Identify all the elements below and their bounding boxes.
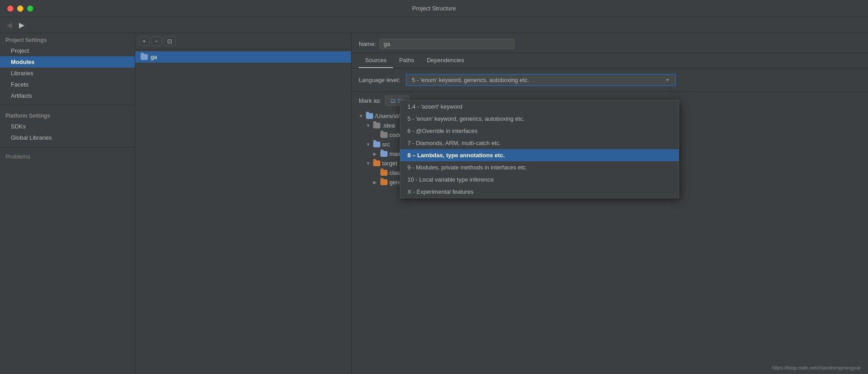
- dropdown-overlay: 1.4 - 'assert' keyword 5 - 'enum' keywor…: [400, 100, 679, 198]
- tab-sources[interactable]: Sources: [359, 53, 393, 68]
- traffic-lights: [7, 5, 33, 12]
- module-item-label: ga: [151, 54, 157, 60]
- center-toolbar: + − ⊡: [135, 33, 351, 50]
- forward-button[interactable]: ▶: [16, 19, 27, 31]
- sidebar-divider-1: [0, 105, 135, 105]
- sidebar-item-modules[interactable]: Modules: [0, 56, 135, 68]
- tree-folder-main: [380, 151, 388, 157]
- mark-as-label: Mark as:: [359, 97, 381, 104]
- tabs-row: Sources Paths Dependencies: [352, 53, 868, 68]
- name-input[interactable]: [379, 39, 515, 49]
- language-level-row: Language level: 5 - 'enum' keyword, gene…: [352, 68, 868, 92]
- tree-arrow-root: ▼: [359, 114, 364, 119]
- tree-arrow-idea: ▼: [366, 123, 371, 128]
- maximize-button[interactable]: [27, 5, 33, 12]
- sidebar-item-global-libraries[interactable]: Global Libraries: [0, 132, 135, 143]
- main-content: Project Settings Project Modules Librari…: [0, 33, 868, 374]
- tree-item-label-target: target: [382, 160, 397, 167]
- dropdown-option-7[interactable]: 7 - Diamonds, ARM, multi-catch etc.: [400, 137, 679, 149]
- close-button[interactable]: [7, 5, 14, 12]
- add-module-button[interactable]: +: [139, 36, 150, 46]
- dropdown-option-5[interactable]: 5 - 'enum' keyword, generics, autoboxing…: [400, 113, 679, 125]
- dropdown-arrow-icon: ▼: [665, 78, 670, 82]
- tree-arrow-generated: ▶: [373, 180, 379, 185]
- center-panel: + − ⊡ ga: [135, 33, 352, 374]
- tree-folder-classes: [380, 170, 388, 176]
- dropdown-option-10[interactable]: 10 - Local variable type inference: [400, 173, 679, 186]
- sidebar-item-problems[interactable]: Problems: [0, 151, 135, 162]
- mark-as-sources-icon: 🗂: [390, 97, 396, 104]
- sidebar-item-facets[interactable]: Facets: [0, 79, 135, 90]
- remove-module-button[interactable]: −: [151, 36, 162, 46]
- dropdown-option-8[interactable]: 8 – Lambdas, type annotations etc.: [400, 149, 679, 161]
- window-title: Project Structure: [412, 5, 456, 12]
- tree-item-label-idea: .idea: [382, 122, 395, 129]
- tab-paths[interactable]: Paths: [393, 53, 420, 68]
- language-level-label: Language level:: [359, 77, 400, 83]
- right-header: Name:: [352, 33, 868, 53]
- copy-module-button[interactable]: ⊡: [164, 36, 176, 46]
- tree-folder-generated: [380, 179, 388, 185]
- tree-arrow-main: ▶: [373, 151, 379, 156]
- dropdown-option-6[interactable]: 6 - @Override in interfaces: [400, 125, 679, 137]
- module-folder-icon: [141, 54, 148, 60]
- tree-folder-code: [380, 132, 388, 138]
- tab-dependencies[interactable]: Dependencies: [420, 53, 471, 68]
- watermark: https://blog.csdn.net/chaoshengmingyue: [772, 365, 861, 370]
- language-level-dropdown: 5 - 'enum' keyword, generics, autoboxing…: [406, 74, 676, 86]
- sidebar-item-libraries[interactable]: Libraries: [0, 68, 135, 79]
- back-button[interactable]: ◀: [4, 19, 14, 31]
- title-bar: Project Structure: [0, 0, 868, 17]
- tree-arrow-target: ▼: [366, 161, 371, 166]
- sidebar-item-sdks[interactable]: SDKs: [0, 121, 135, 132]
- tree-folder-src: [373, 141, 380, 147]
- language-level-trigger[interactable]: 5 - 'enum' keyword, generics, autoboxing…: [406, 74, 676, 86]
- tree-folder-root: [366, 113, 373, 119]
- language-level-value: 5 - 'enum' keyword, generics, autoboxing…: [412, 77, 529, 83]
- tree-arrow-src: ▼: [366, 142, 371, 147]
- nav-row: ◀ ▶: [0, 17, 868, 33]
- dropdown-option-x[interactable]: X - Experimental features: [400, 186, 679, 198]
- dropdown-option-9[interactable]: 9 - Modules, private methods in interfac…: [400, 161, 679, 173]
- platform-settings-header: Platform Settings: [0, 109, 135, 121]
- tree-item-label-src: src: [382, 141, 390, 148]
- right-panel: Name: Sources Paths Dependencies Languag…: [352, 33, 868, 374]
- name-label: Name:: [359, 41, 376, 47]
- tree-folder-idea: [373, 123, 380, 128]
- module-item-ga[interactable]: ga: [135, 51, 351, 63]
- sidebar-item-artifacts[interactable]: Artifacts: [0, 90, 135, 101]
- sidebar-item-project[interactable]: Project: [0, 45, 135, 56]
- minimize-button[interactable]: [17, 5, 23, 12]
- project-settings-header: Project Settings: [0, 33, 135, 45]
- module-tree: ga: [135, 50, 351, 374]
- dropdown-option-1-4[interactable]: 1.4 - 'assert' keyword: [400, 100, 679, 113]
- tree-folder-target: [373, 160, 380, 166]
- sidebar: Project Settings Project Modules Librari…: [0, 33, 135, 374]
- sidebar-divider-2: [0, 147, 135, 147]
